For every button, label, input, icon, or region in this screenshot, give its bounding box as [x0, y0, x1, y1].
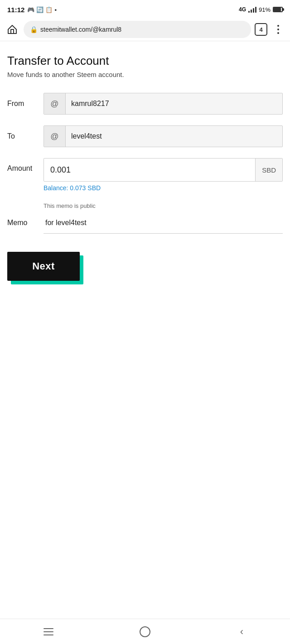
- menu-dot-2: [277, 29, 279, 30]
- signal-bar-3: [253, 8, 254, 13]
- hamburger-icon: [44, 628, 53, 635]
- amount-field-wrapper: SBD: [44, 158, 283, 182]
- clipboard-icon: 📋: [45, 6, 53, 13]
- bottom-nav: ‹: [0, 619, 290, 644]
- dot-icon: •: [54, 6, 57, 13]
- home-button[interactable]: [5, 22, 20, 37]
- page-content: Transfer to Account Move funds to anothe…: [0, 41, 290, 299]
- memo-label: Memo: [7, 219, 44, 227]
- next-button[interactable]: Next: [7, 252, 80, 281]
- next-button-label: Next: [32, 260, 55, 272]
- menu-dot-3: [277, 32, 279, 34]
- from-label: From: [7, 100, 44, 108]
- hamburger-line-1: [44, 628, 53, 629]
- time-display: 11:12: [7, 6, 24, 14]
- page-subtitle: Move funds to another Steem account.: [7, 71, 283, 78]
- hamburger-line-3: [44, 634, 53, 635]
- from-input[interactable]: [66, 100, 282, 108]
- nav-back-button[interactable]: ‹: [228, 623, 255, 641]
- to-at-symbol: @: [44, 126, 66, 147]
- to-input[interactable]: [66, 132, 282, 140]
- amount-input[interactable]: [44, 165, 255, 175]
- 4g-label: 4G: [239, 6, 246, 13]
- signal-bar-1: [248, 11, 250, 13]
- nav-menu-button[interactable]: [35, 623, 62, 641]
- battery-fill: [274, 8, 281, 11]
- from-field-wrapper: @: [44, 93, 283, 115]
- signal-bar-2: [251, 10, 252, 13]
- to-label: To: [7, 132, 44, 140]
- menu-dot-1: [277, 25, 279, 27]
- from-at-symbol: @: [44, 93, 66, 114]
- home-icon: [7, 24, 18, 35]
- from-field-row: From @: [7, 93, 283, 115]
- status-right: 4G 91%: [239, 6, 283, 13]
- browser-bar: 🔒 steemitwallet.com/@kamrul8 4: [0, 18, 290, 41]
- battery-percent: 91%: [259, 6, 271, 13]
- browser-menu-button[interactable]: [271, 22, 285, 37]
- memo-public-note: This memo is public: [7, 202, 283, 209]
- tab-count-label: 4: [259, 26, 262, 33]
- signal-bar-4: [255, 7, 256, 13]
- url-bar[interactable]: 🔒 steemitwallet.com/@kamrul8: [24, 21, 251, 38]
- status-bar: 11:12 🎮 🔄 📋 • 4G 91%: [0, 0, 290, 18]
- memo-field-wrapper: [44, 212, 283, 234]
- status-icons: 🎮 🔄 📋 •: [27, 6, 57, 13]
- amount-label: Amount: [7, 158, 44, 173]
- nav-home-button[interactable]: [131, 623, 159, 641]
- status-time: 11:12 🎮 🔄 📋 •: [7, 6, 57, 14]
- signal-bars: [248, 6, 256, 13]
- balance-text: Balance: 0.073 SBD: [44, 184, 283, 192]
- currency-label: SBD: [255, 159, 282, 181]
- memo-input[interactable]: [44, 219, 283, 227]
- amount-wrapper: SBD Balance: 0.073 SBD: [44, 158, 283, 192]
- memo-field-row: Memo: [7, 212, 283, 234]
- lock-icon: 🔒: [30, 26, 38, 33]
- battery-icon: [273, 7, 283, 12]
- amount-field-row: Amount SBD Balance: 0.073 SBD: [7, 158, 283, 192]
- hamburger-line-2: [44, 631, 53, 632]
- tab-count-button[interactable]: 4: [255, 23, 267, 36]
- refresh-icon: 🔄: [36, 6, 44, 13]
- url-text: steemitwallet.com/@kamrul8: [40, 26, 245, 33]
- discord-icon: 🎮: [27, 6, 34, 13]
- page-title: Transfer to Account: [7, 54, 283, 68]
- back-arrow-icon: ‹: [240, 627, 243, 637]
- next-button-container: Next: [7, 252, 80, 281]
- home-circle-icon: [140, 626, 150, 637]
- to-field-wrapper: @: [44, 125, 283, 147]
- to-field-row: To @: [7, 125, 283, 147]
